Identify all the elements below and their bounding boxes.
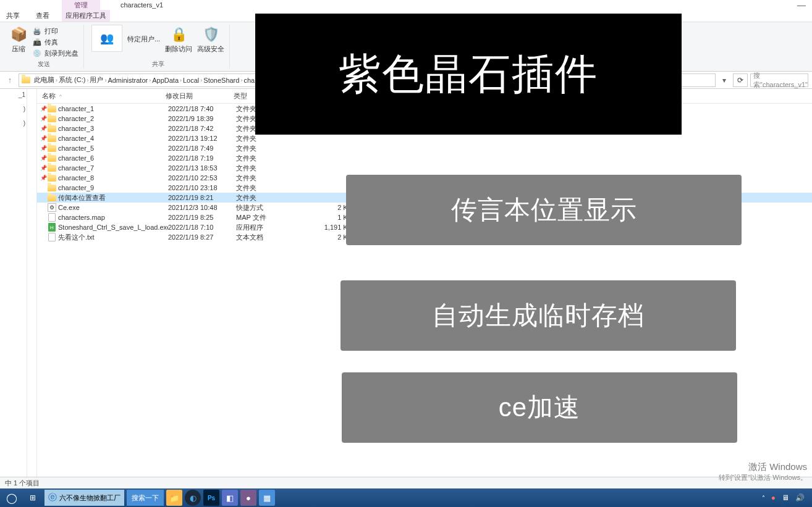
taskbar: ◯ ⊞ ⓔ 六不像生物掀翻工厂 搜索一下 📁 ◐ Ps ◧ ● ▦ ˄ ● 🖥 … (0, 488, 812, 507)
file-row[interactable]: 📌character_52022/1/18 7:49文件夹 (37, 143, 812, 153)
pin-icon: 📌 (40, 165, 47, 171)
overlay-title-text: 紫色晶石插件 (326, 44, 611, 105)
folder-icon (47, 114, 57, 123)
tree-item[interactable]: ) (23, 120, 25, 127)
taskbar-app-icon[interactable]: ● (240, 490, 256, 506)
minimize-button[interactable]: — (797, 0, 806, 10)
tree-item[interactable]: ) (23, 106, 25, 112)
taskbar-app-ie[interactable]: ⓔ 六不像生物掀翻工厂 (44, 490, 124, 506)
taskbar-photoshop-icon[interactable]: Ps (203, 490, 219, 506)
print-label: 打印 (44, 27, 58, 36)
status-text: 中 1 个项目 (5, 479, 40, 488)
quick-access-sidebar (27, 89, 37, 477)
file-date: 2022/1/18 7:10 (168, 224, 236, 231)
breadcrumb-seg[interactable]: StoneShard (203, 77, 239, 84)
fax-icon: 📠 (32, 37, 42, 47)
file-row[interactable]: 📌character_72022/1/13 18:53文件夹 (37, 163, 812, 173)
file-name: character_3 (57, 125, 168, 132)
send-group-label: 发送 (38, 60, 50, 69)
shortcut-icon: ⚙ (47, 203, 57, 212)
breadcrumb-seg[interactable]: Administrator (108, 77, 148, 84)
people-icon: 👥 (100, 31, 114, 45)
file-name: Stoneshard_Ctrl_S_save_L_load.exe (57, 224, 168, 231)
file-name: 传闻本位置查看 (57, 193, 168, 203)
address-dropdown[interactable]: ▾ (718, 76, 730, 85)
taskbar-search-button[interactable]: 搜索一下 (127, 490, 164, 506)
file-date: 2022/1/19 8:25 (168, 214, 236, 221)
file-row[interactable]: 📌character_62022/1/18 7:19文件夹 (37, 153, 812, 163)
taskbar-explorer-icon[interactable]: 📁 (166, 490, 182, 506)
file-type: 文件夹 (236, 154, 298, 163)
file-name: character_9 (57, 184, 168, 191)
burn-label: 刻录到光盘 (44, 49, 78, 58)
chevron-right-icon: › (180, 77, 182, 83)
watermark-line2: 转到"设置"以激活 Windows。 (719, 473, 808, 482)
file-date: 2022/1/18 7:40 (168, 105, 236, 112)
title-bar: 管理 characters_v1 — (0, 0, 812, 10)
ribbon-group-share: 👥 特定用户... 🔒 删除访问 🛡️ 高级安全 共享 (87, 25, 230, 69)
pin-icon: 📌 (40, 125, 47, 132)
tree-item[interactable]: _1 (19, 91, 25, 98)
tab-app-tools[interactable]: 应用程序工具 (62, 10, 110, 22)
file-date: 2022/1/19 8:27 (168, 233, 236, 241)
nav-up-button[interactable]: ↑ (4, 74, 16, 86)
taskbar-app-icon[interactable]: ▦ (259, 490, 275, 506)
taskbar-app-icon[interactable]: ◧ (222, 490, 238, 506)
pin-icon: 📌 (40, 115, 47, 122)
status-bar: 中 1 个项目 (0, 477, 812, 489)
share-group-label: 共享 (152, 60, 164, 69)
folder-icon (47, 174, 57, 182)
fax-button[interactable]: 📠传真 (32, 37, 78, 47)
pin-icon: 📌 (40, 135, 47, 141)
breadcrumb-seg[interactable]: AppData (152, 77, 179, 84)
tab-share[interactable]: 共享 (2, 10, 23, 22)
ie-title: 六不像生物掀翻工厂 (59, 493, 121, 503)
breadcrumb-seg[interactable]: 此电脑 (34, 75, 54, 85)
remove-access-label: 删除访问 (165, 44, 192, 54)
file-type: 文本文档 (236, 233, 298, 242)
pin-icon: 📌 (40, 106, 47, 112)
file-type: 文件夹 (236, 164, 298, 173)
file-date: 2022/1/9 18:39 (168, 115, 236, 122)
breadcrumb-seg[interactable]: 用户 (90, 75, 103, 85)
file-name: character_7 (57, 164, 168, 172)
file-date: 2022/1/10 23:18 (168, 184, 236, 191)
file-row[interactable]: 📌character_42022/1/13 19:12文件夹 (37, 133, 812, 143)
tab-view[interactable]: 查看 (32, 10, 53, 22)
overlay-pill-3: ce加速 (342, 372, 737, 443)
taskbar-browser-icon[interactable]: ◐ (185, 490, 201, 506)
print-button[interactable]: 🖨️打印 (32, 26, 78, 36)
file-date: 2022/1/18 7:42 (168, 125, 236, 132)
search-input[interactable]: 搜索"characters_v1" (750, 73, 808, 87)
specific-user-button[interactable]: 👥 (91, 25, 122, 52)
watermark-line1: 激活 Windows (719, 461, 808, 473)
remove-access-button[interactable]: 🔒 删除访问 (165, 25, 192, 54)
file-date: 2022/1/18 7:49 (168, 145, 236, 152)
breadcrumb-seg[interactable]: Local (183, 77, 199, 84)
task-view-button[interactable]: ⊞ (23, 490, 42, 506)
tray-app-icon[interactable]: ● (771, 493, 776, 502)
folder-icon (47, 134, 57, 143)
nav-tree[interactable]: _1 ) ) (0, 89, 27, 477)
contextual-tab-manage[interactable]: 管理 (62, 0, 100, 10)
pin-icon: 📌 (40, 175, 47, 181)
burn-button[interactable]: 💿刻录到光盘 (32, 48, 78, 58)
start-button[interactable]: ◯ (2, 490, 21, 506)
file-name: character_6 (57, 154, 168, 162)
file-name: 先看这个.txt (57, 233, 168, 242)
column-name[interactable]: 名称^ (37, 91, 161, 101)
exe-icon: H (47, 223, 57, 232)
breadcrumb-seg[interactable]: 系统 (C:) (59, 75, 85, 85)
tray-overflow-icon[interactable]: ˄ (762, 495, 765, 501)
window-title: characters_v1 (108, 0, 176, 10)
file-icon (47, 233, 57, 241)
refresh-button[interactable]: ⟳ (733, 73, 748, 87)
tray-volume-icon[interactable]: 🔊 (795, 493, 805, 502)
advanced-security-button[interactable]: 🛡️ 高级安全 (197, 25, 224, 54)
file-type: 文件夹 (236, 144, 298, 153)
file-date: 2022/1/10 22:53 (168, 174, 236, 182)
compress-button[interactable]: 📦 压缩 (9, 25, 28, 58)
column-date[interactable]: 修改日期 (161, 91, 229, 101)
tray-network-icon[interactable]: 🖥 (782, 493, 789, 502)
lock-icon: 🔒 (171, 27, 187, 43)
